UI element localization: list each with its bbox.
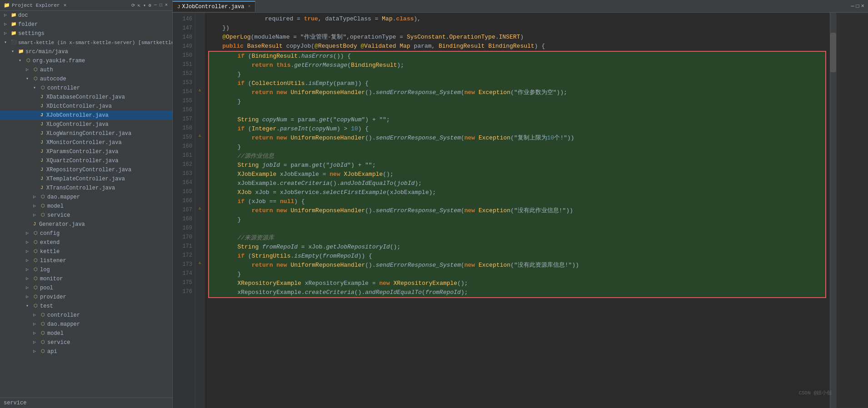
sync-icon[interactable]: ⟳ bbox=[130, 2, 136, 9]
line-numbers: 1461471481491501511521531541551561571581… bbox=[173, 13, 195, 408]
line-number: 149 bbox=[173, 42, 192, 51]
gutter-column: ⚠⚠⚠⚠ bbox=[195, 13, 205, 408]
java-file-icon: J bbox=[38, 102, 45, 110]
line-number: 171 bbox=[173, 242, 192, 251]
tree-item-XLogController[interactable]: J XLogController.java bbox=[0, 120, 172, 129]
tree-item-Generator[interactable]: J Generator.java bbox=[0, 220, 172, 229]
tree-item-log[interactable]: ▷ ⬡ log bbox=[0, 265, 172, 274]
tree-item-test-controller[interactable]: ▷ ⬡ controller bbox=[0, 311, 172, 320]
tree-item-label: XDatabaseController.java bbox=[46, 93, 125, 101]
gutter-warning: ⚠ bbox=[195, 204, 204, 213]
line-number: 168 bbox=[173, 214, 192, 224]
line-number: 176 bbox=[173, 287, 192, 296]
tree-item-test[interactable]: ▾ ⬡ test bbox=[0, 302, 172, 311]
tree-item-autocode[interactable]: ▾ ⬡ autocode bbox=[0, 75, 172, 84]
tree-item-pool[interactable]: ▷ ⬡ pool bbox=[0, 284, 172, 293]
line-number: 152 bbox=[173, 69, 192, 78]
tree-item-test-model[interactable]: ▷ ⬡ model bbox=[0, 329, 172, 338]
explorer-close-icon[interactable]: × bbox=[64, 3, 67, 8]
tree-item-dao-mapper[interactable]: ▷ ⬡ dao.mapper bbox=[0, 193, 172, 202]
code-line: String fromRepoId = xJob.getJobRepositor… bbox=[209, 243, 825, 252]
tree-item-label: XTransController.java bbox=[46, 184, 115, 192]
tree-item-test-service[interactable]: ▷ ⬡ service bbox=[0, 338, 172, 347]
gutter-warning: ⚠ bbox=[195, 258, 204, 267]
close-icon[interactable]: × bbox=[164, 2, 169, 9]
tree-item-XParamsController[interactable]: J XParamsController.java bbox=[0, 147, 172, 156]
tab-close-button[interactable]: × bbox=[248, 4, 250, 9]
tree-item-label: folder bbox=[18, 20, 38, 29]
java-file-icon: J bbox=[38, 166, 45, 174]
expand-arrow-icon: ▷ bbox=[24, 248, 31, 256]
filter-icon[interactable]: ▾ bbox=[142, 2, 147, 9]
tree-item-label: doc bbox=[18, 11, 28, 20]
code-line bbox=[209, 106, 825, 115]
expand-arrow-icon: ▷ bbox=[24, 257, 31, 265]
expand-arrow-icon: ▷ bbox=[24, 229, 31, 238]
package-icon: ⬡ bbox=[32, 239, 39, 247]
tree-item-XMonitorController[interactable]: J XMonitorController.java bbox=[0, 138, 172, 147]
tree-item-XDatabaseController[interactable]: J XDatabaseController.java bbox=[0, 93, 172, 102]
tree-item-auth[interactable]: ▷ ⬡ auth bbox=[0, 65, 172, 75]
tree-item-XLogWarningController[interactable]: J XLogWarningController.java bbox=[0, 129, 172, 138]
code-line: } bbox=[209, 97, 825, 106]
tree-item-config[interactable]: ▷ ⬡ config bbox=[0, 229, 172, 238]
tree-item-label: dao.mapper bbox=[47, 320, 80, 328]
restore-icon[interactable]: □ bbox=[159, 2, 163, 9]
close-editor-icon[interactable]: × bbox=[861, 3, 864, 10]
package-icon: ⬡ bbox=[39, 320, 46, 328]
settings-icon[interactable]: ⚙ bbox=[148, 2, 152, 9]
tree-item-org-yaukie[interactable]: ▾ ⬡ org.yaukie.frame bbox=[0, 56, 172, 65]
tree-item-XTransController[interactable]: J XTransController.java bbox=[0, 184, 172, 193]
tree-item-monitor[interactable]: ▷ ⬡ monitor bbox=[0, 274, 172, 284]
tree-item-listener[interactable]: ▷ ⬡ listener bbox=[0, 256, 172, 265]
restore-editor-icon[interactable]: □ bbox=[856, 3, 859, 10]
right-scrollbar[interactable] bbox=[830, 13, 836, 408]
package-icon: ⬡ bbox=[39, 211, 46, 219]
gutter-empty bbox=[195, 240, 204, 249]
code-content[interactable]: required = true, dataTypeClass = Map.cla… bbox=[205, 13, 830, 408]
tree-item-label: provider bbox=[40, 293, 66, 301]
tree-item-kettle[interactable]: ▷ ⬡ kettle bbox=[0, 247, 172, 256]
collapse-icon[interactable]: ⇱ bbox=[137, 2, 141, 9]
tree-item-api[interactable]: ▷ ⬡ api bbox=[0, 347, 172, 356]
code-line: String jobId = param.get("jobId") + ""; bbox=[209, 161, 825, 170]
tree-item-src-main-java[interactable]: ▾ 📁 src/main/java bbox=[0, 47, 172, 56]
package-icon: ⬡ bbox=[25, 57, 32, 65]
minimize-editor-icon[interactable]: ─ bbox=[851, 3, 854, 10]
gutter-empty bbox=[195, 267, 204, 276]
tree-item-XJobController[interactable]: J XJobController.java bbox=[0, 111, 172, 120]
service-label: service bbox=[4, 400, 26, 406]
tree-item-XQuartzController[interactable]: J XQuartzController.java bbox=[0, 156, 172, 165]
minimize-icon[interactable]: ─ bbox=[153, 2, 158, 9]
code-line: //来源资源库 bbox=[209, 234, 825, 243]
tree-item-label: log bbox=[40, 266, 50, 274]
gutter-empty bbox=[195, 40, 204, 49]
tree-item-service[interactable]: ▷ ⬡ service bbox=[0, 211, 172, 220]
tree-item-XDictController[interactable]: J XDictController.java bbox=[0, 102, 172, 111]
tree-item-label: monitor bbox=[40, 275, 63, 283]
line-number: 159 bbox=[173, 133, 192, 142]
tree-item-controller[interactable]: ▾ ⬡ controller bbox=[0, 84, 172, 93]
tree-item-folder[interactable]: ▷ 📁 folder bbox=[0, 20, 172, 29]
line-number: 172 bbox=[173, 251, 192, 260]
active-tab-XJobController[interactable]: J XJobController.java × bbox=[173, 1, 255, 12]
gutter-empty bbox=[195, 67, 204, 76]
tree-item-settings[interactable]: ▷ 📁 settings bbox=[0, 29, 172, 38]
tree-item-doc[interactable]: ▷ 📁 doc bbox=[0, 11, 172, 20]
code-line: } bbox=[209, 270, 825, 279]
gutter-empty bbox=[195, 76, 204, 85]
code-line: XRepositoryExample xRepositoryExample = … bbox=[209, 279, 825, 288]
line-number: 155 bbox=[173, 96, 192, 105]
tree-item-model[interactable]: ▷ ⬡ model bbox=[0, 202, 172, 211]
tree-item-smart-kettle[interactable]: ▾ ⬛ smart-kettle (in x-smart-kettle-serv… bbox=[0, 38, 172, 47]
collapse-arrow-icon: ▷ bbox=[2, 11, 9, 20]
tree-item-provider[interactable]: ▷ ⬡ provider bbox=[0, 293, 172, 302]
code-line: xRepositoryExample.createCriteria().andR… bbox=[209, 288, 825, 297]
gutter-empty bbox=[195, 231, 204, 240]
tree-item-XRepositoryController[interactable]: J XRepositoryController.java bbox=[0, 165, 172, 174]
code-line: if (Integer.parseInt(copyNum) > 10) { bbox=[209, 124, 825, 134]
tree-item-test-dao-mapper[interactable]: ▷ ⬡ dao.mapper bbox=[0, 320, 172, 329]
tree-item-extend[interactable]: ▷ ⬡ extend bbox=[0, 238, 172, 247]
tree-item-label: kettle bbox=[40, 248, 60, 256]
tree-item-XTemplateController[interactable]: J XTemplateController.java bbox=[0, 174, 172, 184]
